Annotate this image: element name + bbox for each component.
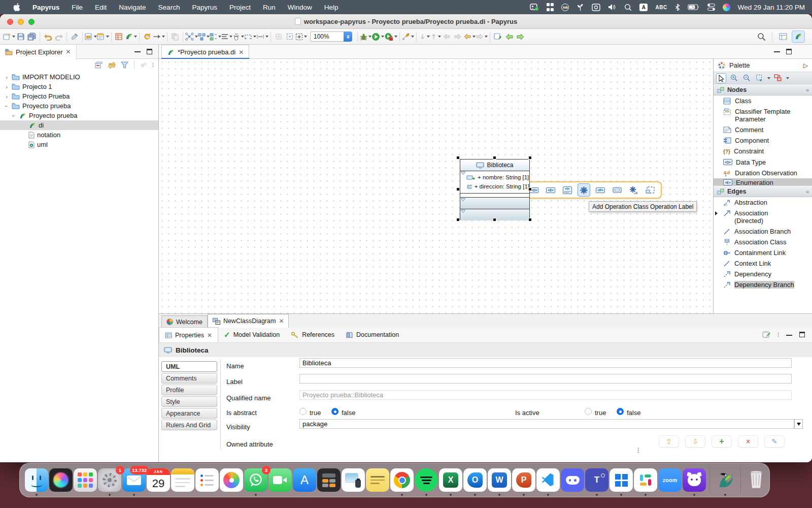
- mk-app-icon[interactable]: mk: [561, 4, 569, 11]
- attribute-row[interactable]: + direccion: String [1]: [460, 182, 529, 191]
- menu-app-name[interactable]: Papyrus: [26, 0, 65, 14]
- select-tool-button[interactable]: [185, 30, 198, 43]
- snap-to-grid-button[interactable]: [273, 30, 284, 43]
- menu-help[interactable]: Help: [318, 0, 345, 14]
- maximize-explorer-icon[interactable]: [147, 49, 152, 54]
- arrow-routing-button[interactable]: [153, 30, 165, 43]
- control-center-icon[interactable]: [707, 3, 715, 12]
- visibility-dropdown-icon[interactable]: [794, 419, 803, 429]
- tree-item-notation[interactable]: notation: [0, 130, 158, 140]
- resize-handle[interactable]: [456, 218, 460, 221]
- teams-icon[interactable]: T: [585, 468, 608, 492]
- chevron-right-icon[interactable]: ›: [4, 84, 9, 90]
- class-nested-compartment[interactable]: [460, 197, 529, 209]
- zoom-in-tool-icon[interactable]: [729, 73, 739, 83]
- tree-item-proyecto-prueba[interactable]: › Proyecto prueba: [0, 101, 158, 111]
- next-annotation-button[interactable]: [419, 30, 430, 43]
- siri-icon[interactable]: [723, 4, 730, 11]
- is-active-false-radio[interactable]: [617, 408, 624, 415]
- word-icon[interactable]: W: [488, 468, 511, 492]
- nav-appearance[interactable]: Appearance: [161, 408, 217, 419]
- tree-item-projecto1[interactable]: › Projecto 1: [0, 82, 158, 91]
- filter-icon[interactable]: [121, 61, 128, 69]
- tab-newclassdiagram[interactable]: NewClassDiagram ✕: [208, 314, 289, 328]
- name-input[interactable]: [299, 358, 792, 368]
- vscode-icon[interactable]: [536, 468, 560, 492]
- spotify-icon[interactable]: [415, 468, 438, 492]
- palette-item-association-branch[interactable]: Association Branch: [714, 226, 812, 237]
- zoom-out-tool-icon[interactable]: [741, 73, 752, 83]
- palette-item-datatype[interactable]: «D» Data Type: [714, 157, 812, 168]
- discord-icon[interactable]: [561, 468, 584, 492]
- chevron-down-icon[interactable]: ›: [4, 104, 10, 109]
- palette-item-abstraction[interactable]: (A) Abstraction: [714, 197, 812, 208]
- resize-handle[interactable]: [493, 218, 496, 221]
- maximize-properties-icon[interactable]: [799, 332, 805, 337]
- add-operation-icon[interactable]: [578, 183, 591, 197]
- class-node-biblioteca[interactable]: Biblioteca + nombre: String [1] + direcc…: [460, 159, 530, 220]
- palette-edges-header[interactable]: Edges ‹›: [714, 186, 812, 197]
- github-icon[interactable]: [683, 468, 706, 492]
- line-style-button[interactable]: [221, 30, 232, 43]
- resize-handle[interactable]: [528, 218, 532, 221]
- tree-item-import-modelio[interactable]: › IMPORT MODELIO: [0, 72, 158, 82]
- slack-icon[interactable]: [634, 468, 657, 492]
- collapse-triangle-icon[interactable]: [461, 210, 465, 213]
- debug-button[interactable]: [360, 30, 371, 43]
- view-menu-icon[interactable]: ⁞: [152, 62, 154, 68]
- stickies-icon[interactable]: [366, 468, 389, 492]
- tab-references[interactable]: References: [285, 327, 340, 342]
- is-abstract-false-radio[interactable]: [331, 408, 339, 415]
- microsoft-icon[interactable]: [610, 468, 633, 492]
- table-editor-button[interactable]: [114, 30, 125, 43]
- redo-button[interactable]: [53, 30, 64, 43]
- palette-item-class[interactable]: Class: [714, 96, 812, 106]
- save-all-button[interactable]: [26, 30, 38, 43]
- attribute-row[interactable]: + nombre: String [1]: [460, 173, 529, 182]
- calculator-icon[interactable]: [317, 468, 341, 492]
- copy-appearance-button[interactable]: [170, 30, 181, 43]
- nav-style[interactable]: Style: [161, 396, 217, 407]
- menu-project[interactable]: Project: [223, 0, 257, 14]
- new-diagram-button[interactable]: [97, 30, 109, 43]
- papyrus-sync-button[interactable]: [125, 30, 137, 43]
- class-operations-compartment[interactable]: [460, 193, 529, 197]
- project-explorer-tab[interactable]: Project Explorer ✕: [0, 45, 77, 59]
- marquee-dropdown-icon[interactable]: [767, 77, 770, 79]
- whatsapp-icon[interactable]: 3: [244, 468, 267, 492]
- tab-welcome[interactable]: Welcome: [161, 315, 208, 328]
- is-active-true-radio[interactable]: [585, 408, 592, 415]
- marker-tool-button[interactable]: [69, 30, 80, 43]
- facetime-icon[interactable]: [268, 468, 292, 492]
- class-header[interactable]: Biblioteca: [460, 160, 529, 171]
- palette-collapse-icon[interactable]: ▷: [803, 62, 808, 69]
- palette-nodes-header[interactable]: Nodes ‹›: [714, 84, 812, 96]
- close-editor-tab-icon[interactable]: ✕: [239, 49, 244, 56]
- collapse-triangle-icon[interactable]: [461, 172, 465, 175]
- forward-history-button[interactable]: [476, 30, 488, 43]
- run-button[interactable]: [371, 30, 384, 43]
- menu-papyrus[interactable]: Papyrus: [186, 0, 223, 14]
- reminders-icon[interactable]: [195, 468, 219, 492]
- last-edit-location-button[interactable]: [492, 30, 503, 43]
- resize-handle[interactable]: [493, 156, 496, 160]
- tab-model-validation[interactable]: ✓ Model Validation: [218, 327, 285, 342]
- back-nav-button[interactable]: [503, 30, 515, 43]
- tree-item-projecto-prueba[interactable]: › Projecto Prueba: [0, 91, 158, 101]
- collapse-all-icon[interactable]: [95, 61, 103, 69]
- close-window-button[interactable]: [7, 19, 13, 25]
- zoom-level-combo[interactable]: 100%: [310, 31, 352, 42]
- nav-profile[interactable]: Profile: [161, 385, 217, 395]
- view-menu-icon[interactable]: ⁞: [777, 332, 779, 338]
- new-model-button[interactable]: [85, 30, 97, 43]
- palette-item-comment[interactable]: Comment: [714, 124, 812, 135]
- forward-nav-button[interactable]: [515, 30, 526, 43]
- window-grid-icon[interactable]: [547, 3, 554, 12]
- add-reception-icon[interactable]: «S»: [627, 183, 640, 197]
- add-nested-classifier-icon[interactable]: [644, 183, 657, 197]
- chrome-icon[interactable]: [390, 468, 414, 492]
- add-interface-icon[interactable]: «I»: [561, 183, 574, 197]
- prev-annotation-button[interactable]: [430, 30, 441, 43]
- palette-item-duration-observation[interactable]: &d Duration Observation: [714, 168, 812, 178]
- volume-icon[interactable]: [608, 3, 617, 12]
